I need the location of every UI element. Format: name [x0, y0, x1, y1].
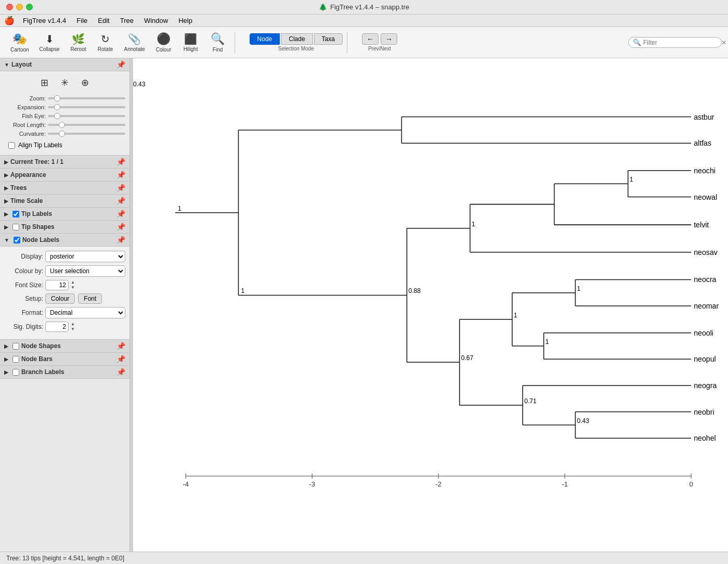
node-labels-section-header[interactable]: ▼ Node Labels 📌: [0, 234, 129, 247]
expansion-slider[interactable]: [48, 106, 125, 108]
close-button[interactable]: [6, 4, 13, 10]
rotate-button[interactable]: ↻ Rotate: [93, 31, 118, 54]
node-shapes-section-header[interactable]: ▶ Node Shapes 📌: [0, 340, 129, 353]
apple-menu-icon[interactable]: 🍎: [4, 16, 15, 25]
layout-pin-icon[interactable]: 📌: [116, 60, 125, 69]
font-size-down-icon[interactable]: ▼: [71, 285, 75, 290]
prev-button[interactable]: ←: [362, 33, 379, 45]
menu-window[interactable]: Window: [140, 16, 172, 25]
curvature-slider[interactable]: [48, 133, 125, 135]
node-bars-checkbox[interactable]: [12, 356, 19, 363]
menu-edit[interactable]: Edit: [94, 16, 113, 25]
branch-labels-section-header[interactable]: ▶ Branch Labels 📌: [0, 366, 129, 379]
tip-labels-section-header[interactable]: ▶ Tip Labels 📌: [0, 208, 129, 221]
next-button[interactable]: →: [381, 33, 397, 45]
layout-section-header[interactable]: ▼ Layout 📌: [0, 58, 129, 71]
font-setup-button[interactable]: Font: [78, 293, 102, 304]
font-size-up-icon[interactable]: ▲: [71, 280, 75, 285]
sig-digits-up-icon[interactable]: ▲: [71, 322, 75, 327]
colour-icon: ⚫: [157, 32, 171, 46]
filter-box[interactable]: 🔍 ✕: [628, 37, 722, 48]
branch-labels-pin-icon[interactable]: 📌: [116, 368, 125, 376]
polar-layout-icon[interactable]: ⊕: [78, 75, 92, 90]
node-labels-checkbox[interactable]: [14, 237, 20, 243]
tree-canvas[interactable]: astbur altfas neochi neowal telvit neosa…: [133, 58, 728, 552]
tip-shapes-section-header[interactable]: ▶ Tip Shapes 📌: [0, 221, 129, 234]
sig-digits-down-icon[interactable]: ▼: [71, 327, 75, 332]
tree-drawn: [175, 117, 691, 439]
root-length-slider[interactable]: [48, 124, 125, 126]
tip-labels-checkbox[interactable]: [12, 211, 19, 217]
tip-labels-pin-icon[interactable]: 📌: [116, 210, 125, 218]
filter-clear-icon[interactable]: ✕: [721, 39, 726, 46]
node-bars-section-header[interactable]: ▶ Node Bars 📌: [0, 353, 129, 366]
filter-input[interactable]: [643, 39, 721, 46]
branch-labels-chevron-icon: ▶: [4, 369, 8, 375]
node-bars-pin-icon[interactable]: 📌: [116, 355, 125, 363]
node-shapes-pin-icon[interactable]: 📌: [116, 342, 125, 350]
expansion-thumb[interactable]: [54, 104, 60, 110]
time-scale-section-header[interactable]: ▶ Time Scale 📌: [0, 195, 129, 208]
rectangular-layout-icon[interactable]: ⊞: [37, 75, 51, 90]
title-icon: 🌲: [319, 3, 327, 11]
prevnext-buttons[interactable]: ← →: [362, 33, 397, 45]
trees-pin-icon[interactable]: 📌: [116, 184, 125, 192]
trees-section-header[interactable]: ▶ Trees 📌: [0, 182, 129, 195]
node-labels-pin-icon[interactable]: 📌: [116, 236, 125, 244]
find-button[interactable]: 🔍 Find: [205, 30, 230, 55]
tip-shapes-checkbox[interactable]: [12, 224, 19, 230]
selection-mode-buttons[interactable]: Node Clade Taxa: [250, 33, 343, 45]
tip-shapes-pin-icon[interactable]: 📌: [116, 223, 125, 231]
maximize-button[interactable]: [26, 4, 33, 10]
zoom-thumb[interactable]: [54, 95, 60, 101]
layout-content: ⊞ ✳ ⊕ Zoom: Expansion: Fish Eye:: [0, 71, 129, 156]
branch-labels-title: Branch Labels: [21, 368, 64, 376]
menu-help[interactable]: Help: [174, 16, 197, 25]
sig-digits-input[interactable]: [45, 322, 69, 332]
node-selection-button[interactable]: Node: [250, 33, 280, 45]
menu-tree[interactable]: Tree: [116, 16, 138, 25]
fish-eye-thumb[interactable]: [54, 113, 60, 119]
menu-file[interactable]: File: [72, 16, 92, 25]
appearance-section-header[interactable]: ▶ Appearance 📌: [0, 169, 129, 182]
appearance-pin-icon[interactable]: 📌: [116, 171, 125, 179]
display-select[interactable]: posterior: [45, 251, 125, 262]
colour-button[interactable]: ⚫ Colour: [151, 30, 176, 55]
taxa-selection-button[interactable]: Taxa: [314, 33, 343, 45]
minimize-button[interactable]: [16, 4, 23, 10]
node-shapes-checkbox[interactable]: [12, 343, 19, 350]
format-select[interactable]: Decimal: [45, 307, 125, 318]
display-label: Display:: [4, 253, 43, 260]
sig-digits-spinner[interactable]: ▲ ▼: [71, 322, 75, 331]
fish-eye-slider[interactable]: [48, 115, 125, 117]
colour-by-select[interactable]: User selection: [45, 265, 125, 277]
menu-figtree[interactable]: FigTree v1.4.4: [19, 16, 70, 25]
curvature-thumb[interactable]: [59, 131, 65, 137]
align-tip-labels-checkbox[interactable]: [8, 142, 15, 149]
zoom-slider[interactable]: [48, 97, 125, 99]
sidebar: ▼ Layout 📌 ⊞ ✳ ⊕ Zoom: Expansion:: [0, 58, 130, 552]
root-length-thumb[interactable]: [59, 122, 65, 128]
reroot-label: Reroot: [70, 46, 86, 52]
taxon-neosav: neosav: [694, 248, 718, 257]
taxon-neohel: neohel: [694, 434, 716, 442]
collapse-button[interactable]: ⬇ Collapse: [35, 31, 64, 54]
annotate-button[interactable]: 📎 Annotate: [120, 31, 149, 54]
cartoon-button[interactable]: 🎭 Cartoon: [6, 30, 33, 55]
colour-setup-button[interactable]: Colour: [45, 293, 75, 304]
current-tree-section-header[interactable]: ▶ Current Tree: 1 / 1 📌: [0, 156, 129, 169]
radial-layout-icon[interactable]: ✳: [58, 75, 72, 90]
trees-title: Trees: [10, 184, 27, 191]
window-controls[interactable]: [6, 4, 33, 10]
filter-search-icon: 🔍: [633, 39, 641, 46]
hilight-button[interactable]: ⬛ Hilight: [178, 31, 203, 54]
fish-eye-label: Fish Eye:: [4, 113, 46, 119]
node-label-6: 1: [577, 285, 580, 292]
font-size-spinner[interactable]: ▲ ▼: [71, 280, 75, 290]
time-scale-pin-icon[interactable]: 📌: [116, 197, 125, 205]
current-tree-pin-icon[interactable]: 📌: [116, 158, 125, 166]
font-size-input[interactable]: [45, 280, 69, 290]
reroot-button[interactable]: 🌿 Reroot: [66, 31, 91, 54]
clade-selection-button[interactable]: Clade: [281, 33, 313, 45]
branch-labels-checkbox[interactable]: [12, 369, 19, 376]
